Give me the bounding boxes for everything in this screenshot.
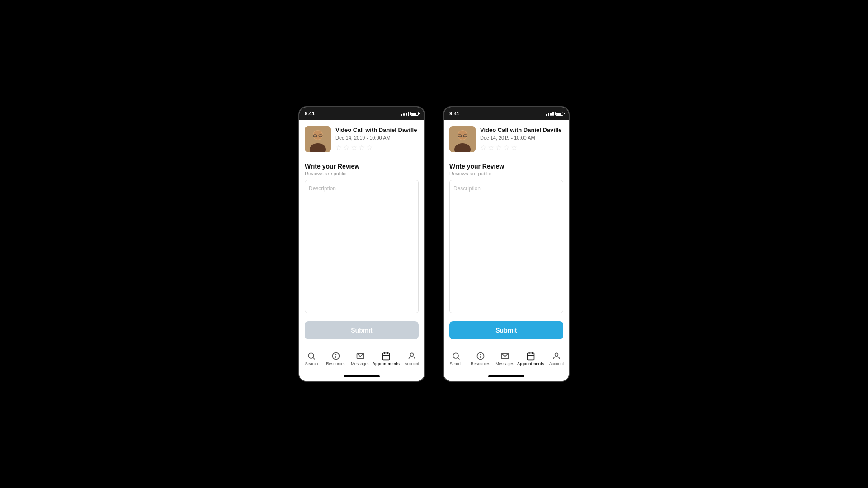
nav-search-label-1: Search: [305, 361, 318, 366]
status-time-2: 9:41: [449, 111, 459, 116]
svg-point-35: [555, 353, 558, 356]
nav-search-label-2: Search: [450, 361, 463, 366]
phone-1-content: Video Call with Daniel Daville Dec 14, 2…: [299, 120, 424, 381]
review-subtitle-2: Reviews are public: [449, 171, 563, 176]
doctor-card-2: Video Call with Daniel Daville Dec 14, 2…: [444, 120, 569, 157]
star-1-1[interactable]: ☆: [335, 143, 342, 152]
status-icons-2: [546, 112, 563, 116]
battery-icon-1: [410, 112, 419, 116]
status-bar-2: 9:41: [444, 107, 569, 120]
doctor-name-2: Video Call with Daniel Daville: [480, 127, 563, 134]
nav-resources-label-1: Resources: [326, 361, 345, 366]
battery-icon-2: [555, 112, 563, 116]
star-1-4[interactable]: ☆: [359, 143, 365, 152]
nav-account-label-2: Account: [549, 361, 564, 366]
signal-icon-2: [546, 112, 554, 116]
svg-point-21: [458, 131, 467, 140]
submit-area-2: Submit: [444, 317, 569, 345]
nav-account-label-1: Account: [405, 361, 420, 366]
doctor-info-1: Video Call with Daniel Daville Dec 14, 2…: [335, 127, 419, 152]
star-2-4[interactable]: ☆: [503, 143, 509, 152]
nav-search-1[interactable]: Search: [299, 352, 324, 366]
description-placeholder-1: Description: [309, 185, 336, 192]
star-2-2[interactable]: ☆: [488, 143, 494, 152]
svg-rect-31: [527, 353, 534, 360]
nav-resources-label-2: Resources: [471, 361, 490, 366]
doctor-date-2: Dec 14, 2019 - 10:00 AM: [480, 135, 563, 141]
svg-point-17: [410, 353, 414, 356]
doctor-avatar-1: [305, 126, 331, 152]
nav-resources-2[interactable]: Resources: [468, 352, 493, 366]
nav-messages-2[interactable]: Messages: [493, 352, 517, 366]
star-1-3[interactable]: ☆: [351, 143, 357, 152]
phone-2: 9:41: [443, 106, 570, 382]
submit-area-1: Submit: [299, 317, 424, 345]
doctor-date-1: Dec 14, 2019 - 10:00 AM: [335, 135, 419, 141]
nav-appointments-label-1: Appointments: [373, 361, 400, 366]
description-placeholder-2: Description: [453, 185, 481, 192]
nav-messages-label-2: Messages: [495, 361, 514, 366]
svg-point-25: [453, 353, 458, 358]
nav-messages-label-1: Messages: [351, 361, 369, 366]
svg-point-3: [313, 131, 322, 140]
svg-point-7: [308, 353, 314, 358]
doctor-info-2: Video Call with Daniel Daville Dec 14, 2…: [480, 127, 563, 152]
status-icons-1: [401, 112, 419, 116]
star-2-5[interactable]: ☆: [511, 143, 517, 152]
review-section-1: Write your Review Reviews are public Des…: [299, 157, 424, 317]
submit-button-2[interactable]: Submit: [449, 321, 563, 339]
star-1-5[interactable]: ☆: [366, 143, 373, 152]
star-1-2[interactable]: ☆: [343, 143, 349, 152]
bottom-nav-2: Search Resources Messages: [444, 345, 569, 372]
submit-button-1[interactable]: Submit: [305, 321, 419, 339]
home-indicator-2: [444, 372, 569, 381]
home-bar-1: [344, 375, 380, 377]
doctor-name-1: Video Call with Daniel Daville: [335, 127, 419, 134]
svg-line-26: [458, 357, 460, 359]
svg-rect-13: [382, 353, 389, 360]
phone-2-content: Video Call with Daniel Daville Dec 14, 2…: [444, 120, 569, 381]
phone-1: 9:41: [298, 106, 425, 382]
svg-line-8: [313, 357, 315, 359]
star-rating-2[interactable]: ☆ ☆ ☆ ☆ ☆: [480, 143, 563, 152]
star-2-1[interactable]: ☆: [480, 143, 486, 152]
signal-icon-1: [401, 112, 409, 116]
nav-search-2[interactable]: Search: [444, 352, 468, 366]
nav-appointments-1[interactable]: Appointments: [373, 352, 400, 366]
star-2-3[interactable]: ☆: [495, 143, 502, 152]
bottom-nav-1: Search Resources Messages: [299, 345, 424, 372]
review-box-2[interactable]: Description: [449, 180, 563, 313]
nav-account-2[interactable]: Account: [544, 352, 569, 366]
home-bar-2: [488, 375, 524, 377]
nav-appointments-label-2: Appointments: [517, 361, 545, 366]
star-rating-1[interactable]: ☆ ☆ ☆ ☆ ☆: [335, 143, 419, 152]
review-section-2: Write your Review Reviews are public Des…: [444, 157, 569, 317]
status-time-1: 9:41: [305, 111, 315, 116]
nav-messages-1[interactable]: Messages: [348, 352, 373, 366]
doctor-card-1: Video Call with Daniel Daville Dec 14, 2…: [299, 120, 424, 157]
nav-appointments-2[interactable]: Appointments: [517, 352, 545, 366]
review-subtitle-1: Reviews are public: [305, 171, 419, 176]
home-indicator-1: [299, 372, 424, 381]
review-title-2: Write your Review: [449, 163, 563, 170]
nav-account-1[interactable]: Account: [400, 352, 424, 366]
review-box-1[interactable]: Description: [305, 180, 419, 313]
review-title-1: Write your Review: [305, 163, 419, 170]
nav-resources-1[interactable]: Resources: [324, 352, 348, 366]
doctor-avatar-2: [449, 126, 476, 152]
status-bar-1: 9:41: [299, 107, 424, 120]
